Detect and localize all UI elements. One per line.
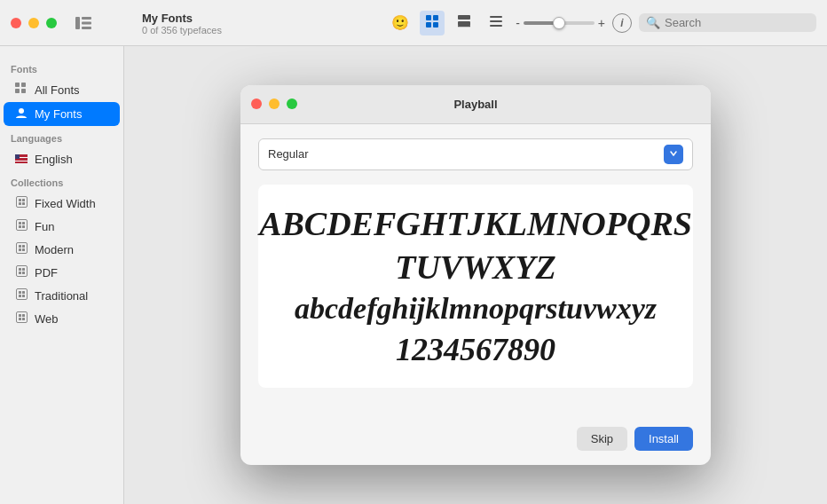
list-view-button[interactable] (484, 11, 508, 35)
slider-plus-icon[interactable]: + (598, 16, 605, 30)
sidebar-item-pdf[interactable]: PDF (4, 261, 120, 284)
svg-rect-26 (16, 197, 27, 208)
svg-rect-36 (16, 243, 27, 254)
maximize-button[interactable] (46, 18, 57, 28)
font-dialog: Playball Regular (240, 85, 711, 466)
svg-rect-49 (19, 295, 21, 297)
sidebar-item-fixed-width[interactable]: Fixed Width (4, 192, 120, 215)
smiley-icon: 🙂 (391, 14, 409, 31)
svg-rect-34 (19, 225, 21, 228)
svg-rect-47 (19, 291, 21, 294)
dialog-footer: Skip Install (240, 416, 711, 465)
svg-rect-46 (16, 289, 27, 300)
sidebar-item-all-fonts[interactable]: All Fonts (4, 78, 120, 102)
chevron-icon (669, 148, 678, 161)
svg-rect-1 (82, 17, 91, 20)
my-fonts-label: My Fonts (35, 107, 82, 121)
svg-rect-16 (15, 89, 20, 93)
dialog-close-button[interactable] (251, 98, 262, 109)
dialog-title-bar: Playball (240, 85, 711, 124)
svg-rect-11 (490, 16, 502, 18)
svg-rect-9 (458, 21, 470, 26)
svg-rect-33 (22, 222, 25, 224)
install-button[interactable]: Install (634, 427, 693, 451)
modern-icon (14, 242, 28, 256)
sidebar-item-traditional[interactable]: Traditional (4, 284, 120, 307)
dialog-maximize-button[interactable] (287, 98, 297, 109)
grid-view-button[interactable] (420, 11, 445, 35)
svg-rect-41 (16, 266, 27, 277)
svg-rect-25 (15, 154, 20, 159)
sidebar: Fonts All Fonts My Fonts Langua (0, 46, 124, 504)
svg-rect-8 (458, 15, 470, 20)
svg-rect-40 (22, 248, 25, 251)
svg-rect-30 (22, 202, 25, 205)
pdf-icon (14, 265, 28, 280)
svg-rect-24 (15, 161, 28, 163)
size-slider[interactable] (524, 21, 595, 25)
fun-label: Fun (35, 220, 54, 233)
svg-rect-6 (426, 22, 431, 28)
window-controls (11, 18, 57, 28)
svg-rect-29 (19, 202, 21, 205)
search-icon: 🔍 (646, 16, 660, 29)
page-title: My Fonts (142, 12, 222, 25)
main-layout: Fonts All Fonts My Fonts Langua (0, 46, 827, 504)
fun-icon (14, 219, 28, 233)
page-title-area: My Fonts 0 of 356 typefaces (142, 0, 222, 46)
svg-rect-12 (490, 20, 502, 22)
split-view-button[interactable] (452, 11, 477, 35)
web-icon (14, 311, 28, 326)
svg-rect-50 (22, 295, 25, 297)
traditional-label: Traditional (35, 289, 88, 303)
smiley-button[interactable]: 🙂 (388, 11, 413, 35)
svg-rect-5 (433, 15, 438, 20)
svg-rect-13 (490, 25, 502, 27)
svg-rect-32 (19, 222, 21, 224)
font-preview-area: ABCDEFGHTJKLMNOPQRS TUVWXYZ abcdefghijkl… (258, 185, 693, 389)
minimize-button[interactable] (28, 18, 39, 28)
svg-rect-37 (19, 245, 21, 248)
english-icon (14, 152, 28, 166)
preview-uppercase-2: TUVWXYZ (395, 246, 556, 289)
toolbar-right: 🙂 (388, 11, 816, 35)
split-icon (457, 14, 471, 32)
svg-rect-51 (16, 312, 27, 323)
sidebar-item-english[interactable]: English (4, 147, 120, 170)
grid-icon (425, 14, 439, 32)
sidebar-item-modern[interactable]: Modern (4, 238, 120, 261)
sidebar-item-fun[interactable]: Fun (4, 215, 120, 238)
style-select-button[interactable] (664, 145, 683, 164)
sidebar-toggle-button[interactable] (71, 13, 96, 33)
slider-minus-icon[interactable]: - (516, 16, 520, 30)
svg-rect-23 (15, 161, 28, 161)
svg-rect-2 (82, 21, 91, 24)
dialog-controls (251, 98, 297, 109)
preview-numbers: 1234567890 (396, 329, 555, 371)
svg-rect-31 (16, 220, 27, 231)
svg-rect-42 (19, 268, 21, 271)
my-fonts-icon (14, 106, 28, 122)
svg-point-18 (19, 108, 24, 114)
svg-rect-48 (22, 291, 25, 294)
page-subtitle: 0 of 356 typefaces (142, 25, 222, 35)
search-bar: 🔍 (639, 13, 816, 32)
list-icon (489, 14, 503, 32)
dialog-content: Regular ABCDEFGHTJKLMNOPQRS TUVWXYZ abcd… (240, 124, 711, 417)
size-slider-container: - + (516, 16, 605, 30)
fixed-width-label: Fixed Width (35, 197, 96, 210)
sidebar-item-web[interactable]: Web (4, 307, 120, 330)
preview-lowercase: abcdefghijklmnopqrstuvwxyz (295, 289, 657, 328)
close-button[interactable] (11, 18, 21, 28)
search-input[interactable] (665, 16, 807, 29)
skip-button[interactable]: Skip (577, 427, 627, 451)
svg-rect-43 (22, 268, 25, 271)
svg-rect-0 (75, 17, 80, 29)
info-button[interactable]: i (612, 13, 632, 33)
english-label: English (35, 153, 73, 166)
sidebar-item-my-fonts[interactable]: My Fonts (4, 102, 120, 126)
svg-rect-39 (19, 248, 21, 251)
svg-rect-52 (19, 314, 21, 317)
dialog-minimize-button[interactable] (269, 98, 280, 109)
svg-rect-17 (21, 89, 26, 93)
